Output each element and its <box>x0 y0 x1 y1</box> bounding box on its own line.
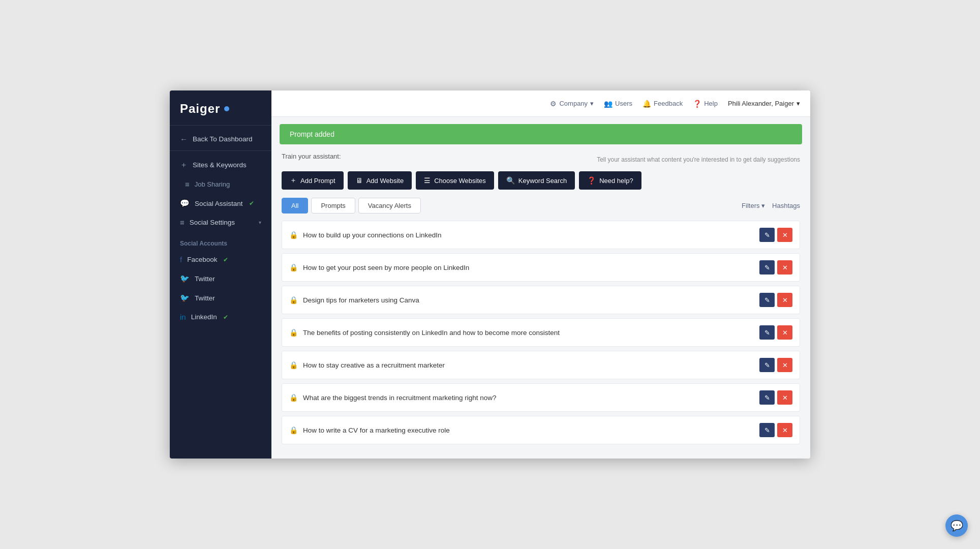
settings-icon: ≡ <box>180 218 185 227</box>
user-chevron-icon: ▾ <box>797 100 800 107</box>
help-nav[interactable]: ❓ Help <box>693 100 718 108</box>
arrow-left-icon: ← <box>180 135 188 143</box>
keyword-search-button[interactable]: 🔍 Keyword Search <box>498 171 575 190</box>
lock-icon: 🔒 <box>289 263 298 271</box>
monitor-icon: 🖥 <box>356 176 363 185</box>
back-to-dashboard[interactable]: ← Back To Dashboard <box>170 130 271 148</box>
twitter-icon-2: 🐦 <box>180 293 190 302</box>
sidebar-item-twitter-1[interactable]: 🐦 Twitter <box>170 269 271 288</box>
edit-button[interactable]: ✎ <box>759 358 775 372</box>
prompt-actions: ✎ ✕ <box>759 390 792 405</box>
table-row: 🔒 What are the biggest trends in recruit… <box>282 383 800 412</box>
add-icon: ＋ <box>290 176 297 185</box>
filters-button[interactable]: Filters ▾ <box>742 202 765 209</box>
edit-button[interactable]: ✎ <box>759 228 775 242</box>
facebook-check-icon: ✔ <box>223 256 228 263</box>
chat-bubble-icon: 💬 <box>951 520 963 532</box>
page-content: Prompt added Train your assistant: Tell … <box>271 117 810 459</box>
edit-button[interactable]: ✎ <box>759 390 775 405</box>
delete-button[interactable]: ✕ <box>777 228 792 242</box>
delete-button[interactable]: ✕ <box>777 325 792 340</box>
need-help-button[interactable]: ❓ Need help? <box>579 171 641 190</box>
feedback-nav[interactable]: 🔔 Feedback <box>642 100 683 108</box>
delete-button[interactable]: ✕ <box>777 423 792 437</box>
edit-button[interactable]: ✎ <box>759 423 775 437</box>
edit-button[interactable]: ✎ <box>759 260 775 274</box>
train-label: Train your assistant: <box>282 152 341 160</box>
plus-icon: ＋ <box>180 160 188 170</box>
sidebar-item-linkedin[interactable]: in LinkedIn ✔ <box>170 308 271 326</box>
lock-icon: 🔒 <box>289 328 298 337</box>
chat-bubble-button[interactable]: 💬 <box>945 514 968 537</box>
train-hint: Tell your assistant what content you're … <box>597 156 800 163</box>
train-section: Train your assistant: Tell your assistan… <box>271 144 810 190</box>
users-icon: 👥 <box>604 100 612 108</box>
search-icon: 🔍 <box>506 176 515 185</box>
table-row: 🔒 How to build up your connections on Li… <box>282 221 800 249</box>
table-row: 🔒 How to stay creative as a recruitment … <box>282 351 800 379</box>
alert-bar: Prompt added <box>280 124 802 144</box>
sidebar-item-sites-keywords[interactable]: ＋ Sites & Keywords <box>170 155 271 175</box>
grid-icon: ☰ <box>424 176 431 185</box>
tabs: All Prompts Vacancy Alerts <box>282 198 421 214</box>
edit-button[interactable]: ✎ <box>759 325 775 340</box>
tab-vacancy-alerts[interactable]: Vacancy Alerts <box>358 198 421 214</box>
twitter-icon-1: 🐦 <box>180 274 190 283</box>
users-nav[interactable]: 👥 Users <box>604 100 632 108</box>
prompts-list: 🔒 How to build up your connections on Li… <box>271 221 810 459</box>
company-icon: ⚙ <box>550 100 557 108</box>
lock-icon: 🔒 <box>289 393 298 402</box>
lock-icon: 🔒 <box>289 296 298 304</box>
filter-area: Filters ▾ Hashtags <box>742 202 800 209</box>
delete-button[interactable]: ✕ <box>777 293 792 307</box>
prompt-actions: ✎ ✕ <box>759 423 792 437</box>
help-icon: ❓ <box>693 100 701 108</box>
table-row: 🔒 The benefits of posting consistently o… <box>282 318 800 347</box>
chat-icon: 💬 <box>180 199 190 208</box>
sidebar-item-twitter-2[interactable]: 🐦 Twitter <box>170 288 271 308</box>
social-accounts-label: Social Accounts <box>170 232 271 250</box>
sidebar-item-social-settings[interactable]: ≡ Social Settings <box>170 213 271 232</box>
company-nav[interactable]: ⚙ Company ▾ <box>550 100 594 108</box>
choose-websites-button[interactable]: ☰ Choose Websites <box>416 171 494 190</box>
lock-icon: 🔒 <box>289 231 298 239</box>
delete-button[interactable]: ✕ <box>777 260 792 274</box>
question-icon: ❓ <box>587 176 596 185</box>
sidebar-item-social-assistant[interactable]: 💬 Social Assistant ✔ <box>170 194 271 213</box>
prompt-actions: ✎ ✕ <box>759 358 792 372</box>
linkedin-icon: in <box>180 313 186 321</box>
prompt-actions: ✎ ✕ <box>759 228 792 242</box>
linkedin-check-icon: ✔ <box>223 314 228 321</box>
feedback-icon: 🔔 <box>642 100 651 108</box>
tab-prompts[interactable]: Prompts <box>311 198 355 214</box>
check-icon: ✔ <box>249 200 254 207</box>
app-logo: Paiger <box>170 90 271 125</box>
sidebar-item-job-sharing[interactable]: ≡ Job Sharing <box>170 175 271 194</box>
prompt-actions: ✎ ✕ <box>759 293 792 307</box>
train-buttons: ＋ Add Prompt 🖥 Add Website ☰ Choose Webs… <box>282 171 800 190</box>
table-row: 🔒 How to write a CV for a marketing exec… <box>282 416 800 444</box>
delete-button[interactable]: ✕ <box>777 358 792 372</box>
company-chevron-icon: ▾ <box>590 100 594 107</box>
add-prompt-button[interactable]: ＋ Add Prompt <box>282 171 344 190</box>
add-website-button[interactable]: 🖥 Add Website <box>348 171 412 190</box>
lock-icon: 🔒 <box>289 426 298 434</box>
sidebar-item-facebook[interactable]: f Facebook ✔ <box>170 250 271 269</box>
edit-button[interactable]: ✎ <box>759 293 775 307</box>
tab-all[interactable]: All <box>282 198 308 214</box>
user-menu[interactable]: Phili Alexander, Paiger ▾ <box>728 100 800 107</box>
facebook-icon: f <box>180 255 182 264</box>
table-row: 🔒 How to get your post seen by more peop… <box>282 253 800 282</box>
prompt-actions: ✎ ✕ <box>759 325 792 340</box>
list-icon: ≡ <box>185 180 190 189</box>
delete-button[interactable]: ✕ <box>777 390 792 405</box>
prompt-actions: ✎ ✕ <box>759 260 792 274</box>
sidebar: Paiger ← Back To Dashboard ＋ Sites & Key… <box>170 90 271 459</box>
main-content: ⚙ Company ▾ 👥 Users 🔔 Feedback ❓ Help Ph… <box>271 90 810 459</box>
table-row: 🔒 Design tips for marketers using Canva … <box>282 286 800 314</box>
hashtags-button[interactable]: Hashtags <box>772 202 800 209</box>
lock-icon: 🔒 <box>289 361 298 369</box>
topnav: ⚙ Company ▾ 👥 Users 🔔 Feedback ❓ Help Ph… <box>271 90 810 117</box>
